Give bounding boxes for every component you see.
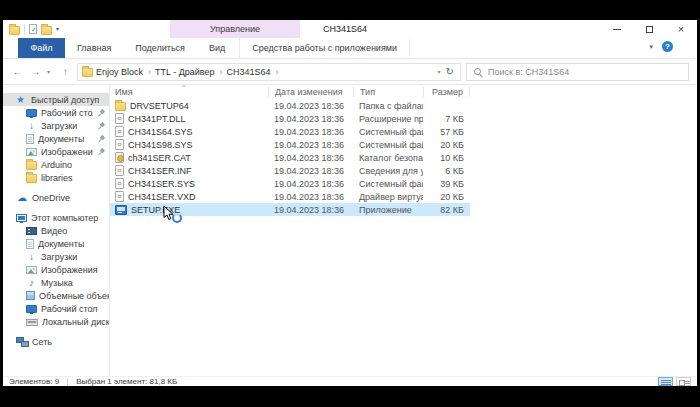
refresh-icon[interactable]: ↻ bbox=[446, 66, 454, 77]
file-name-cell: CH341SER.INF bbox=[110, 165, 268, 176]
sidebar-item-label: Музыка bbox=[41, 278, 73, 288]
sidebar-item[interactable]: Музыка bbox=[3, 276, 109, 289]
explorer-window: ▾ Управление CH341S64 × Файл Главная Под… bbox=[3, 20, 697, 386]
file-name: ch341SER.CAT bbox=[128, 153, 191, 163]
sidebar-item[interactable]: Локальный диск (C bbox=[3, 315, 109, 328]
sidebar-item[interactable]: Документы bbox=[3, 132, 109, 145]
sidebar-item[interactable]: Быстрый доступ bbox=[3, 93, 109, 106]
cloud-icon bbox=[16, 192, 28, 203]
ribbon-tab[interactable]: Поделиться bbox=[123, 38, 197, 58]
folder-icon bbox=[115, 102, 126, 111]
minimize-icon bbox=[613, 29, 621, 30]
help-icon[interactable]: ? bbox=[662, 41, 673, 52]
title-bar: ▾ Управление CH341S64 × bbox=[3, 20, 697, 38]
file-type-cell: Системный файл bbox=[353, 140, 423, 150]
tab-application-tools[interactable]: Средства работы с приложениями bbox=[239, 38, 410, 58]
sys-icon bbox=[115, 126, 124, 137]
address-dropdown-icon[interactable]: ▾ bbox=[438, 68, 441, 75]
file-size-cell: 6 КБ bbox=[423, 166, 470, 176]
column-header-name[interactable]: Имя bbox=[110, 87, 268, 97]
file-type-cell: Драйвер виртуал... bbox=[353, 192, 423, 202]
sidebar-item[interactable]: Arduino bbox=[3, 158, 109, 171]
large-icons-view-icon[interactable] bbox=[676, 377, 691, 386]
details-view-icon[interactable] bbox=[658, 377, 673, 386]
ribbon-collapse-icon[interactable]: ▾ bbox=[649, 43, 653, 51]
file-type-cell: Папка с файлами bbox=[353, 101, 423, 111]
cat-icon bbox=[115, 152, 124, 163]
sidebar-item-label: Рабочий стол bbox=[41, 108, 93, 118]
file-type-cell: Каталог безопасн... bbox=[353, 153, 423, 163]
sidebar-item[interactable]: Изображения bbox=[3, 145, 109, 158]
file-row[interactable]: ch341SER.CAT 19.04.2023 18:36 Каталог бе… bbox=[110, 151, 470, 164]
busy-spinner-icon bbox=[172, 213, 182, 223]
folder-icon bbox=[26, 174, 37, 183]
file-name: CH341SER.INF bbox=[128, 166, 192, 176]
column-header-date[interactable]: Дата изменения bbox=[268, 87, 353, 97]
file-row[interactable]: CH341PT.DLL 19.04.2023 18:36 Расширение … bbox=[110, 112, 470, 125]
sidebar-item[interactable]: Объемные объекты bbox=[3, 289, 109, 302]
address-bar[interactable]: Enjoy Block TTL - Драйвер CH341S64 ▾ ↻ bbox=[77, 63, 461, 81]
file-name: DRVSETUP64 bbox=[130, 101, 189, 111]
qat-customize-icon[interactable]: ▾ bbox=[56, 26, 59, 32]
file-row[interactable]: CH341S98.SYS 19.04.2023 18:36 Системный … bbox=[110, 138, 470, 151]
music-icon bbox=[26, 277, 37, 288]
search-input[interactable]: Поиск в: CH341S64 bbox=[466, 63, 689, 81]
sidebar-item[interactable]: Видео bbox=[3, 224, 109, 237]
sidebar-item[interactable]: Загрузки bbox=[3, 250, 109, 263]
breadcrumb-segment[interactable]: CH341S64 bbox=[227, 67, 281, 77]
sidebar-item[interactable]: Рабочий стол bbox=[3, 106, 109, 119]
navigation-pane: Быстрый доступ Рабочий стол Загрузки bbox=[3, 85, 110, 376]
main-area: Быстрый доступ Рабочий стол Загрузки bbox=[3, 85, 697, 376]
column-header-type[interactable]: Тип bbox=[353, 87, 423, 97]
sidebar-item-label: Сеть bbox=[32, 337, 52, 347]
divider bbox=[24, 24, 25, 34]
breadcrumb-segment[interactable]: TTL - Драйвер bbox=[155, 67, 225, 77]
file-size-cell: 20 КБ bbox=[423, 192, 470, 202]
sidebar-item[interactable]: Изображения bbox=[3, 263, 109, 276]
sidebar-item[interactable]: Сеть bbox=[3, 335, 109, 348]
inf-icon bbox=[115, 165, 124, 176]
sidebar-item[interactable]: OneDrive bbox=[3, 191, 109, 204]
column-header-size[interactable]: Размер bbox=[423, 87, 470, 97]
sidebar-item[interactable]: libraries bbox=[3, 171, 109, 184]
tab-file[interactable]: Файл bbox=[18, 38, 65, 58]
file-row[interactable]: DRVSETUP64 19.04.2023 18:36 Папка с файл… bbox=[110, 99, 470, 112]
file-size-cell: 7 КБ bbox=[423, 114, 470, 124]
address-bar-row: ← → ▾ ↑ Enjoy Block TTL - Драйвер CH341S… bbox=[3, 59, 697, 85]
file-size-cell: 20 КБ bbox=[423, 140, 470, 150]
back-icon[interactable]: ← bbox=[11, 66, 24, 77]
file-date-cell: 19.04.2023 18:36 bbox=[268, 205, 353, 215]
file-row[interactable]: CH341SER.INF 19.04.2023 18:36 Сведения д… bbox=[110, 164, 470, 177]
forward-icon[interactable]: → bbox=[29, 66, 42, 77]
file-date-cell: 19.04.2023 18:36 bbox=[268, 114, 353, 124]
desktop-icon bbox=[26, 305, 37, 313]
file-name-cell: CH341SER.VXD bbox=[110, 191, 268, 202]
file-row[interactable]: CH341SER.SYS 19.04.2023 18:36 Системный … bbox=[110, 177, 470, 190]
properties-icon[interactable] bbox=[29, 24, 37, 34]
contextual-tab-group[interactable]: Управление bbox=[170, 20, 300, 38]
breadcrumb-segment[interactable]: Enjoy Block bbox=[96, 67, 153, 77]
file-name-cell: CH341SER.SYS bbox=[110, 178, 268, 189]
sidebar-item[interactable]: Этот компьютер bbox=[3, 211, 109, 224]
ribbon-tab[interactable]: Главная bbox=[65, 38, 123, 58]
file-date-cell: 19.04.2023 18:36 bbox=[268, 127, 353, 137]
document-icon bbox=[26, 239, 34, 249]
minimize-button[interactable] bbox=[601, 20, 633, 38]
file-date-cell: 19.04.2023 18:36 bbox=[268, 166, 353, 176]
up-icon[interactable]: ↑ bbox=[59, 66, 72, 77]
file-row[interactable]: CH341SER.VXD 19.04.2023 18:36 Драйвер ви… bbox=[110, 190, 470, 203]
sidebar-item[interactable]: Рабочий стол bbox=[3, 302, 109, 315]
sidebar-item-label: Изображения bbox=[41, 147, 93, 157]
sidebar-item[interactable]: Документы bbox=[3, 237, 109, 250]
sidebar-item[interactable]: Загрузки bbox=[3, 119, 109, 132]
sys-icon bbox=[115, 113, 124, 124]
window-folder-icon bbox=[9, 26, 20, 35]
maximize-button[interactable] bbox=[633, 20, 665, 38]
file-row[interactable]: CH341S64.SYS 19.04.2023 18:36 Системный … bbox=[110, 125, 470, 138]
recent-locations-icon[interactable]: ▾ bbox=[47, 68, 54, 75]
close-button[interactable]: × bbox=[665, 20, 697, 38]
new-folder-icon[interactable] bbox=[41, 26, 52, 35]
file-size-cell: 57 КБ bbox=[423, 127, 470, 137]
ribbon-tab[interactable]: Вид bbox=[197, 38, 237, 58]
file-name-cell: DRVSETUP64 bbox=[110, 100, 268, 111]
